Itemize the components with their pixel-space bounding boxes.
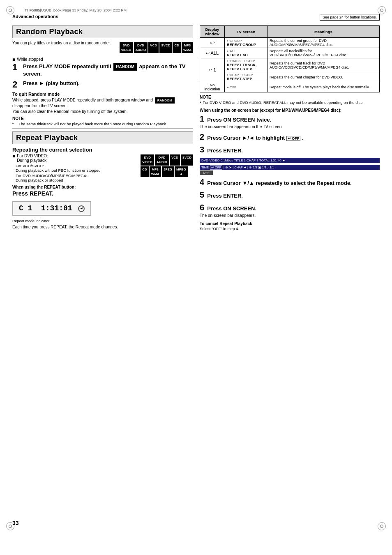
random-step2-num: 2: [12, 80, 21, 89]
right-step2-text: Press Cursor ►/◄ to highlight ↩ OFF .: [207, 135, 303, 141]
onscreen-bar-line2: TIME ↩ OFF | ⊙ ➤ | CHAP ➜ | ⊙ 1/8 ▣ 1/3 …: [200, 165, 380, 170]
off-highlight: ↩ OFF: [210, 165, 222, 170]
while-stopped: ■ While stopped: [12, 57, 193, 62]
right-step4-num: 4: [200, 177, 204, 187]
right-column: Display window TV screen Meanings ↩ ↩GRO…: [200, 25, 380, 231]
meanings-step: Repeats the current chapter for DVD VIDE…: [267, 72, 379, 82]
badge-dvd-video: DVDVIDEO: [120, 42, 133, 53]
see-page-note: See page 24 for button locations.: [320, 14, 380, 21]
right-step6-num: 6: [200, 203, 204, 212]
press-repeat: Press REPEAT.: [12, 190, 193, 197]
meanings-off: Repeat mode is off. The system plays bac…: [267, 82, 379, 92]
random-playback-title: Random Playback: [16, 28, 83, 36]
section-header: Advanced operations See page 24 for butt…: [12, 14, 380, 22]
random-step1-text: Press PLAY MODE repeatedly until RANDOM …: [23, 63, 193, 78]
file-info: THF5885[USUB].book Page 33 Friday, May 2…: [25, 8, 380, 12]
each-time-text: Each time you press REPEAT, the Repeat m…: [12, 225, 193, 229]
right-step4-text: Press Cursor ▼/▲ repeatedly to select th…: [207, 180, 352, 186]
repeat-subtitle: Repeating the current selection: [12, 147, 193, 153]
badge-svcd: SVCD: [159, 42, 172, 53]
bullet-dvd-video: ■: [12, 154, 15, 159]
right-step3-text: Press ENTER.: [207, 147, 243, 154]
badge-cd: CD: [173, 42, 181, 53]
for-dvd-audio: For DVD AUDIO/CD/MP3/JPEG/MPEG4: During …: [16, 173, 137, 182]
repeat-note-bullet: •: [200, 100, 201, 104]
page-number: 33: [12, 520, 19, 526]
right-step1-text: Press ON SCREEN twice.: [207, 117, 271, 123]
repeat-right-step6: 6 Press ON SCREEN. The on-screen bar dis…: [200, 203, 380, 218]
for-vcd-svcd: For VCD/SVCD: During playback without PB…: [16, 164, 137, 173]
counter-circle: ↩: [78, 205, 85, 212]
corner-mark-br: [378, 522, 386, 530]
badge-mp3-wma: MP3WMA: [182, 42, 193, 53]
when-using-repeat: When using the REPEAT button:: [12, 185, 193, 189]
right-step6-sub: The on-screen bar disappears.: [200, 213, 380, 218]
note-bullet-icon: •: [12, 122, 14, 126]
right-step5-num: 5: [200, 190, 204, 199]
random-indicator: RANDOM: [113, 63, 137, 71]
repeat-right-step5: 5 Press ENTER.: [200, 190, 380, 200]
when-using-onscreen: When using the on-screen bar (except for…: [200, 108, 380, 113]
right-step1-sub: The on-screen bar appears on the TV scre…: [200, 124, 380, 129]
tv-all: ↩ALL REPEAT ALL: [225, 48, 267, 58]
meanings-group: Repeats the current group for DVD AUDIO/…: [267, 38, 379, 48]
repeat-playback-title: Repeat Playback: [16, 134, 78, 142]
repeat-table: Display window TV screen Meanings ↩ ↩GRO…: [200, 25, 380, 92]
repeat-playback-header: Repeat Playback: [12, 131, 193, 144]
tv-off: ↩OFF: [225, 82, 267, 92]
repeat-badges-row1: DVDVIDEO DVDAUDIO VCD SVCD: [141, 154, 193, 165]
onscreen-bar-line1: DVD-VIDEO 6.1Mbps TITLE 1 CHAP 3 TOTAL 1…: [200, 158, 380, 163]
corner-mark-tr: [378, 6, 386, 14]
cancel-repeat-text: Select "OFF" in step 4.: [200, 226, 239, 231]
right-step3-num: 3: [200, 145, 204, 154]
left-column: Random Playback You can play titles or t…: [12, 25, 193, 231]
repeat-badges-row2: CD MP3WMA JPEG MPEG4: [141, 166, 193, 177]
repeat-badge-dvd-audio: DVDAUDIO: [155, 154, 169, 165]
right-step6-text: Press ON SCREEN.: [207, 205, 256, 212]
counter-display: C 1 1:31:01 ↩: [12, 201, 91, 216]
repeat-badge-vcd: VCD: [170, 154, 180, 165]
repeat-right-step3: 3 Press ENTER.: [200, 145, 380, 154]
tv-track: ↩TRACK · ↩STEP REPEAT TRACK, REPEAT STEP: [225, 58, 267, 72]
random-step2: 2 Press ► (play button).: [12, 80, 193, 89]
off-symbol: ↩ OFF: [286, 136, 301, 141]
quit-random-text2: You can also clear the Random mode by tu…: [12, 109, 193, 114]
col-display: Display window: [200, 26, 225, 38]
cancel-repeat-title: To cancel Repeat Playback: [200, 221, 252, 226]
random-note-header: NOTE: [12, 116, 193, 121]
random-step2-text: Press ► (play button).: [23, 80, 80, 87]
repeat-mode-indicator-label: Repeat mode indicator: [12, 219, 193, 223]
repeat-right-step1: 1 Press ON SCREEN twice. The on-screen b…: [200, 114, 380, 129]
random-note-text: The same title/track will not be played …: [18, 122, 167, 126]
badge-dvd-audio: DVDAUDIO: [134, 42, 148, 53]
repeat-note-text: For DVD VIDEO and DVD AUDIO, REPEAT ALL …: [203, 100, 364, 105]
repeat-badge-jpeg: JPEG: [162, 166, 174, 177]
repeat-right-step4: 4 Press Cursor ▼/▲ repeatedly to select …: [200, 177, 380, 187]
quit-random-text1: While stopped, press PLAY MODE repeatedl…: [12, 97, 193, 108]
table-row-track-b: ↩CHAP · ↩STEP REPEAT STEP Repeats the cu…: [200, 72, 380, 82]
table-row-off: Noindication ↩OFF Repeat mode is off. Th…: [200, 82, 380, 92]
display-group: ↩: [200, 38, 225, 48]
random-step1: 1 Press PLAY MODE repeatedly until RANDO…: [12, 63, 193, 78]
for-dvd-video: ■ For DVD VIDEO: During playback: [12, 154, 137, 163]
cancel-repeat: To cancel Repeat Playback Select "OFF" i…: [200, 221, 380, 231]
badge-vcd: VCD: [148, 42, 159, 53]
table-row-all: ↩ ALL ↩ALL REPEAT ALL Repeats all tracks…: [200, 48, 380, 58]
section-title: Advanced operations: [12, 14, 58, 19]
bullet-icon: ■: [12, 57, 15, 62]
random-box-quit: RANDOM: [155, 97, 175, 104]
repeat-badge-svcd: SVCD: [181, 154, 193, 165]
corner-mark-tl: [6, 6, 14, 14]
right-step5-text: Press ENTER.: [207, 193, 243, 199]
display-one: ↩ 1: [200, 58, 225, 82]
tv-group: ↩GROUP REPEAT GROUP: [225, 38, 267, 48]
repeat-right-step2: 2 Press Cursor ►/◄ to highlight ↩ OFF .: [200, 132, 380, 142]
display-off: Noindication: [200, 82, 225, 92]
random-intro: You can play titles or tracks on a disc …: [12, 41, 116, 45]
col-meanings: Meanings: [267, 26, 379, 38]
quit-random-title: To quit Random mode: [12, 92, 193, 97]
table-row-group: ↩ ↩GROUP REPEAT GROUP Repeats the curren…: [200, 38, 380, 48]
repeat-badge-cd: CD: [141, 166, 149, 177]
repeat-note-header: NOTE: [200, 95, 380, 99]
meanings-all: Repeats all tracks/files for VCD/SVCD/CD…: [267, 48, 379, 58]
